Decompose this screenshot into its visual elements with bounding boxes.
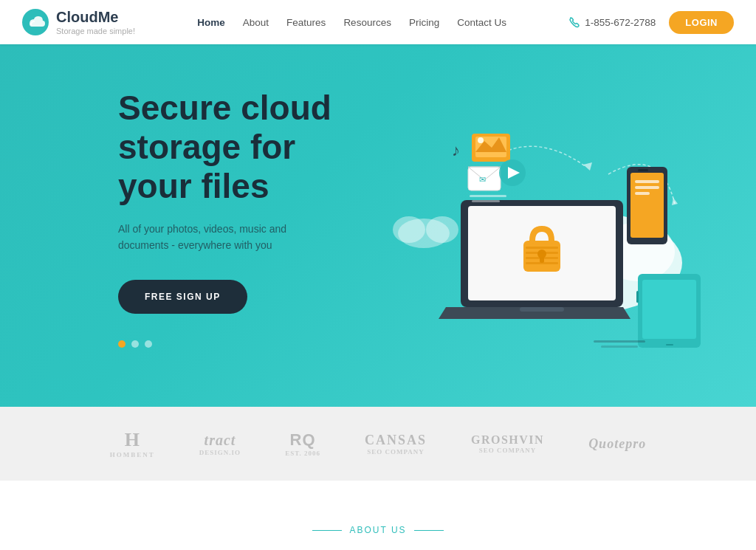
header: CloudMe Storage made simple! Home About …	[0, 0, 756, 44]
svg-point-5	[393, 216, 425, 243]
phone-number: 1-855-672-2788	[585, 17, 656, 28]
svg-rect-15	[526, 247, 558, 249]
login-button[interactable]: LOGIN	[669, 11, 734, 34]
brand-quotepro: Quotepro	[588, 436, 646, 452]
brands-section: H HOMBENT tract DESIGN.IO RQ EST. 2006 C…	[0, 407, 756, 481]
logo-text: CloudMe	[56, 9, 135, 26]
hero-illustration: ♪ ✉	[357, 86, 712, 366]
hero-dot-1[interactable]	[118, 340, 126, 348]
signup-button[interactable]: FREE SIGN UP	[118, 280, 247, 314]
logo-icon	[22, 9, 49, 35]
section-label: ABOUT US	[0, 525, 756, 535]
svg-rect-41	[594, 340, 645, 343]
hero-subtitle: All of your photos, videos, music and do…	[118, 221, 340, 254]
brand-rq: RQ EST. 2006	[285, 430, 320, 457]
svg-point-33	[478, 137, 484, 143]
svg-rect-21	[635, 180, 659, 183]
brand-tract: tract DESIGN.IO	[199, 432, 241, 456]
nav-pricing[interactable]: Pricing	[409, 17, 439, 28]
nav-contact[interactable]: Contact Us	[457, 17, 506, 28]
main-nav: Home About Features Resources Pricing Co…	[197, 17, 506, 28]
svg-rect-11	[520, 307, 564, 312]
svg-rect-28	[636, 291, 639, 303]
svg-rect-39	[470, 195, 506, 197]
hero-content: Secure cloud storage for your files All …	[0, 89, 378, 348]
svg-rect-27	[666, 344, 673, 346]
svg-rect-17	[526, 257, 558, 259]
brand-hombent: H HOMBENT	[110, 429, 155, 458]
svg-marker-7	[583, 162, 592, 171]
hero-dot-2[interactable]	[131, 340, 139, 348]
svg-text:✉: ✉	[479, 175, 486, 184]
hero-dots	[118, 340, 378, 348]
svg-rect-24	[638, 169, 648, 171]
phone-area: 1-855-672-2788	[568, 16, 656, 28]
nav-features[interactable]: Features	[286, 17, 326, 28]
svg-rect-16	[526, 252, 558, 254]
hero-dot-3[interactable]	[145, 340, 152, 348]
nav-home[interactable]: Home	[197, 17, 225, 28]
svg-rect-42	[601, 346, 638, 348]
brand-cansas: CANSAS SEO COMPANY	[365, 433, 427, 456]
svg-text:♪: ♪	[452, 141, 460, 159]
hero-svg: ♪ ✉	[357, 86, 712, 366]
svg-rect-26	[642, 280, 696, 339]
phone-icon	[568, 16, 580, 28]
svg-marker-8	[672, 198, 678, 205]
svg-rect-22	[635, 186, 659, 189]
header-right: 1-855-672-2788 LOGIN	[568, 11, 734, 34]
nav-resources[interactable]: Resources	[343, 17, 391, 28]
logo-tagline: Storage made simple!	[56, 27, 135, 35]
hero-title: Secure cloud storage for your files	[118, 89, 378, 206]
svg-rect-18	[526, 262, 558, 264]
svg-rect-40	[472, 200, 500, 202]
brand-groshvin: GROSHVIN SEO COMPANY	[471, 433, 544, 454]
logo-area: CloudMe Storage made simple!	[22, 9, 135, 35]
hero-section: Secure cloud storage for your files All …	[0, 44, 756, 407]
svg-point-6	[426, 216, 458, 243]
about-section: ABOUT US What is CloudMe?	[0, 481, 756, 550]
about-title: What is CloudMe?	[0, 546, 756, 550]
nav-about[interactable]: About	[243, 17, 269, 28]
svg-rect-23	[635, 192, 650, 195]
